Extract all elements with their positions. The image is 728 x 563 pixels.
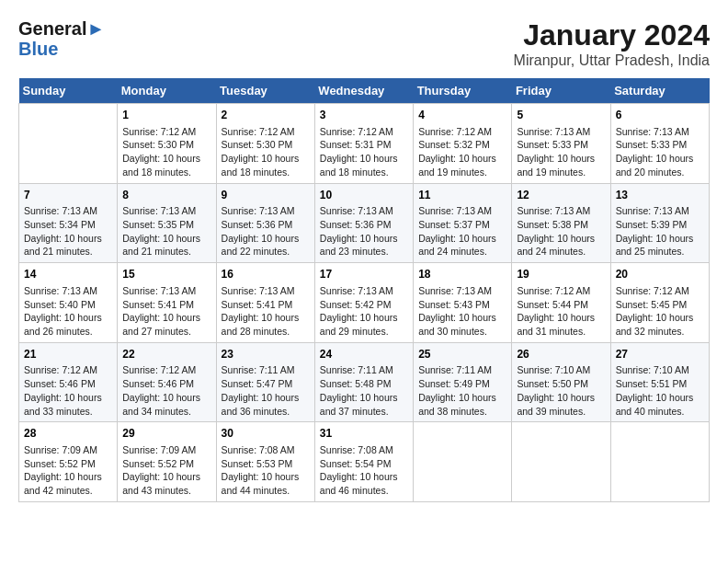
calendar-cell — [610, 422, 709, 502]
day-content: Sunrise: 7:13 AM Sunset: 5:38 PM Dayligh… — [517, 204, 605, 259]
day-content: Sunrise: 7:13 AM Sunset: 5:39 PM Dayligh… — [616, 204, 704, 259]
day-number: 22 — [122, 347, 210, 362]
day-content: Sunrise: 7:12 AM Sunset: 5:30 PM Dayligh… — [222, 125, 310, 179]
day-number: 2 — [222, 108, 310, 123]
day-header-thursday: Thursday — [414, 78, 512, 104]
calendar-cell: 12Sunrise: 7:13 AM Sunset: 5:38 PM Dayli… — [512, 183, 610, 263]
day-content: Sunrise: 7:13 AM Sunset: 5:36 PM Dayligh… — [320, 204, 408, 259]
day-header-wednesday: Wednesday — [314, 78, 413, 104]
day-content: Sunrise: 7:13 AM Sunset: 5:42 PM Dayligh… — [320, 284, 408, 339]
page-header: General► Blue January 2024 Miranpur, Utt… — [18, 18, 710, 69]
day-content: Sunrise: 7:09 AM Sunset: 5:52 PM Dayligh… — [122, 443, 210, 498]
day-number: 4 — [418, 108, 506, 123]
day-content: Sunrise: 7:13 AM Sunset: 5:40 PM Dayligh… — [24, 284, 112, 339]
day-number: 29 — [122, 426, 210, 442]
day-number: 27 — [616, 347, 704, 362]
calendar-week-1: 1Sunrise: 7:12 AM Sunset: 5:30 PM Daylig… — [19, 104, 710, 184]
day-number: 7 — [24, 188, 112, 203]
day-number: 13 — [616, 188, 704, 203]
day-content: Sunrise: 7:12 AM Sunset: 5:32 PM Dayligh… — [418, 125, 506, 179]
calendar-cell: 8Sunrise: 7:13 AM Sunset: 5:35 PM Daylig… — [118, 183, 216, 263]
day-number: 16 — [222, 267, 310, 282]
calendar-cell: 21Sunrise: 7:12 AM Sunset: 5:46 PM Dayli… — [19, 342, 118, 422]
day-number: 5 — [517, 108, 605, 123]
day-number: 25 — [418, 347, 506, 362]
calendar-cell: 26Sunrise: 7:10 AM Sunset: 5:50 PM Dayli… — [512, 342, 610, 422]
calendar-table: SundayMondayTuesdayWednesdayThursdayFrid… — [18, 78, 710, 502]
calendar-cell: 22Sunrise: 7:12 AM Sunset: 5:46 PM Dayli… — [118, 342, 216, 422]
day-content: Sunrise: 7:12 AM Sunset: 5:31 PM Dayligh… — [320, 125, 408, 179]
calendar-week-3: 14Sunrise: 7:13 AM Sunset: 5:40 PM Dayli… — [19, 263, 710, 343]
calendar-cell: 13Sunrise: 7:13 AM Sunset: 5:39 PM Dayli… — [610, 183, 709, 263]
day-number: 1 — [122, 108, 210, 123]
day-header-monday: Monday — [118, 78, 216, 104]
page-title: January 2024 — [514, 18, 710, 52]
calendar-header-row: SundayMondayTuesdayWednesdayThursdayFrid… — [19, 78, 710, 104]
calendar-cell: 27Sunrise: 7:10 AM Sunset: 5:51 PM Dayli… — [610, 342, 709, 422]
day-content: Sunrise: 7:09 AM Sunset: 5:52 PM Dayligh… — [24, 443, 112, 498]
calendar-cell: 30Sunrise: 7:08 AM Sunset: 5:53 PM Dayli… — [216, 422, 314, 502]
day-content: Sunrise: 7:13 AM Sunset: 5:34 PM Dayligh… — [24, 204, 112, 259]
day-content: Sunrise: 7:12 AM Sunset: 5:30 PM Dayligh… — [122, 125, 210, 179]
day-content: Sunrise: 7:10 AM Sunset: 5:50 PM Dayligh… — [517, 363, 605, 418]
day-number: 21 — [24, 347, 112, 362]
logo: General► Blue — [18, 18, 105, 59]
day-number: 17 — [320, 267, 408, 282]
day-number: 30 — [222, 426, 310, 442]
day-content: Sunrise: 7:13 AM Sunset: 5:35 PM Dayligh… — [122, 204, 210, 259]
day-content: Sunrise: 7:13 AM Sunset: 5:33 PM Dayligh… — [616, 125, 704, 179]
calendar-cell: 16Sunrise: 7:13 AM Sunset: 5:41 PM Dayli… — [216, 263, 314, 343]
calendar-cell — [19, 104, 118, 184]
calendar-cell — [512, 422, 610, 502]
calendar-cell: 15Sunrise: 7:13 AM Sunset: 5:41 PM Dayli… — [118, 263, 216, 343]
calendar-cell: 5Sunrise: 7:13 AM Sunset: 5:33 PM Daylig… — [512, 104, 610, 184]
day-header-friday: Friday — [512, 78, 610, 104]
day-number: 8 — [122, 188, 210, 203]
calendar-cell: 29Sunrise: 7:09 AM Sunset: 5:52 PM Dayli… — [118, 422, 216, 502]
calendar-week-4: 21Sunrise: 7:12 AM Sunset: 5:46 PM Dayli… — [19, 342, 710, 422]
day-content: Sunrise: 7:13 AM Sunset: 5:33 PM Dayligh… — [517, 125, 605, 179]
day-header-saturday: Saturday — [610, 78, 709, 104]
calendar-cell: 20Sunrise: 7:12 AM Sunset: 5:45 PM Dayli… — [610, 263, 709, 343]
calendar-cell: 6Sunrise: 7:13 AM Sunset: 5:33 PM Daylig… — [610, 104, 709, 184]
calendar-cell: 7Sunrise: 7:13 AM Sunset: 5:34 PM Daylig… — [19, 183, 118, 263]
day-content: Sunrise: 7:11 AM Sunset: 5:47 PM Dayligh… — [222, 363, 310, 418]
day-content: Sunrise: 7:11 AM Sunset: 5:49 PM Dayligh… — [418, 363, 506, 418]
day-number: 12 — [517, 188, 605, 203]
calendar-cell — [414, 422, 512, 502]
day-content: Sunrise: 7:12 AM Sunset: 5:45 PM Dayligh… — [616, 284, 704, 339]
day-header-sunday: Sunday — [19, 78, 118, 104]
calendar-cell: 18Sunrise: 7:13 AM Sunset: 5:43 PM Dayli… — [414, 263, 512, 343]
calendar-cell: 17Sunrise: 7:13 AM Sunset: 5:42 PM Dayli… — [314, 263, 413, 343]
day-number: 23 — [222, 347, 310, 362]
day-number: 11 — [418, 188, 506, 203]
logo-line1: General► — [18, 18, 105, 39]
day-content: Sunrise: 7:08 AM Sunset: 5:53 PM Dayligh… — [222, 443, 310, 498]
day-number: 3 — [320, 108, 408, 123]
calendar-cell: 11Sunrise: 7:13 AM Sunset: 5:37 PM Dayli… — [414, 183, 512, 263]
day-content: Sunrise: 7:13 AM Sunset: 5:36 PM Dayligh… — [222, 204, 310, 259]
day-number: 26 — [517, 347, 605, 362]
title-section: January 2024 Miranpur, Uttar Pradesh, In… — [514, 18, 710, 69]
day-number: 31 — [320, 426, 408, 442]
day-number: 19 — [517, 267, 605, 282]
calendar-week-5: 28Sunrise: 7:09 AM Sunset: 5:52 PM Dayli… — [19, 422, 710, 502]
day-number: 18 — [418, 267, 506, 282]
day-content: Sunrise: 7:08 AM Sunset: 5:54 PM Dayligh… — [320, 443, 408, 498]
day-content: Sunrise: 7:12 AM Sunset: 5:46 PM Dayligh… — [24, 363, 112, 418]
day-number: 9 — [222, 188, 310, 203]
day-number: 6 — [616, 108, 704, 123]
logo-line2: Blue — [18, 39, 58, 59]
calendar-cell: 4Sunrise: 7:12 AM Sunset: 5:32 PM Daylig… — [414, 104, 512, 184]
calendar-cell: 19Sunrise: 7:12 AM Sunset: 5:44 PM Dayli… — [512, 263, 610, 343]
calendar-cell: 25Sunrise: 7:11 AM Sunset: 5:49 PM Dayli… — [414, 342, 512, 422]
calendar-cell: 2Sunrise: 7:12 AM Sunset: 5:30 PM Daylig… — [216, 104, 314, 184]
calendar-cell: 31Sunrise: 7:08 AM Sunset: 5:54 PM Dayli… — [314, 422, 413, 502]
calendar-cell: 24Sunrise: 7:11 AM Sunset: 5:48 PM Dayli… — [314, 342, 413, 422]
page-subtitle: Miranpur, Uttar Pradesh, India — [514, 52, 710, 69]
calendar-cell: 3Sunrise: 7:12 AM Sunset: 5:31 PM Daylig… — [314, 104, 413, 184]
day-content: Sunrise: 7:12 AM Sunset: 5:46 PM Dayligh… — [122, 363, 210, 418]
day-content: Sunrise: 7:11 AM Sunset: 5:48 PM Dayligh… — [320, 363, 408, 418]
calendar-cell: 9Sunrise: 7:13 AM Sunset: 5:36 PM Daylig… — [216, 183, 314, 263]
day-content: Sunrise: 7:13 AM Sunset: 5:41 PM Dayligh… — [222, 284, 310, 339]
